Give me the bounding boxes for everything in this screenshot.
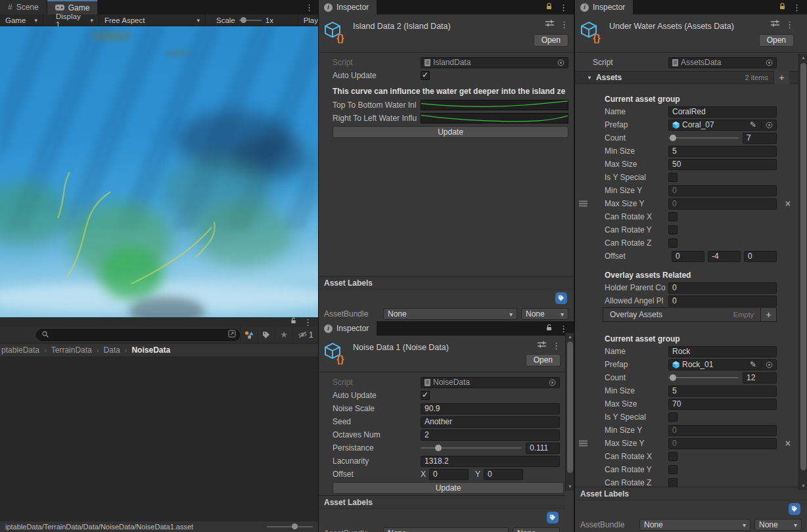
count-slider[interactable] [668, 372, 739, 384]
curve-field-top-bottom[interactable] [421, 100, 568, 110]
object-picker-icon[interactable] [549, 379, 556, 386]
object-picker-icon[interactable] [761, 361, 773, 368]
can-rotate-x-checkbox[interactable] [668, 452, 678, 461]
prefab-field[interactable]: Coral_07 ✎ [668, 120, 777, 131]
is-y-special-checkbox[interactable] [668, 412, 678, 422]
scale-control[interactable]: Scale 1x [211, 14, 279, 26]
assetbundle-dropdown[interactable]: None▾ [383, 308, 517, 320]
presets-icon[interactable] [545, 20, 554, 29]
add-overlay-asset-button[interactable]: + [760, 308, 776, 321]
presets-icon[interactable] [771, 20, 779, 29]
search-input[interactable] [36, 329, 240, 341]
lock-icon[interactable] [779, 3, 786, 12]
scale-slider[interactable] [239, 20, 262, 21]
presets-icon[interactable] [538, 341, 546, 350]
edit-pencil-icon[interactable]: ✎ [750, 360, 756, 369]
add-label-button[interactable] [789, 503, 800, 515]
tab-inspector[interactable]: i Inspector [319, 321, 377, 336]
drag-handle-icon[interactable] [579, 203, 588, 204]
tab-scene[interactable]: # Scene [0, 0, 47, 14]
vertical-scrollbar[interactable]: ▲ ▼ [798, 54, 807, 490]
auto-update-checkbox[interactable] [421, 71, 430, 80]
display-dropdown[interactable]: Display 1▾ [51, 14, 99, 26]
curve-field-right-left[interactable] [421, 113, 568, 123]
header-menu-icon[interactable]: ⋮ [552, 342, 561, 350]
persistance-input[interactable]: 0.111 [526, 443, 560, 454]
can-rotate-x-checkbox[interactable] [668, 212, 678, 221]
inspector-menu-icon[interactable]: ⋮ [793, 3, 801, 12]
holder-parent-input[interactable]: 0 [668, 282, 777, 294]
lacunarity-input[interactable]: 1318.2 [421, 456, 560, 467]
open-button[interactable]: Open [534, 34, 568, 47]
header-menu-icon[interactable]: ⋮ [560, 20, 568, 29]
can-rotate-y-checkbox[interactable] [668, 465, 678, 474]
object-picker-icon[interactable] [766, 59, 773, 66]
inspector-menu-icon[interactable]: ⋮ [559, 324, 568, 333]
breadcrumb-item[interactable]: ptableData [1, 345, 39, 355]
count-slider[interactable] [668, 133, 739, 144]
vertical-scrollbar[interactable]: ▲ ▼ [565, 333, 574, 491]
game-viewport[interactable] [0, 26, 318, 317]
update-button[interactable]: Update [333, 482, 564, 494]
can-rotate-z-checkbox[interactable] [668, 238, 678, 248]
add-label-button[interactable] [555, 292, 567, 304]
script-field[interactable]: IslandData [421, 57, 568, 68]
allowed-angel-input[interactable]: 0 [668, 296, 777, 307]
can-rotate-z-checkbox[interactable] [668, 478, 678, 487]
count-input[interactable]: 12 [743, 372, 777, 384]
max-size-input[interactable]: 50 [668, 159, 777, 170]
update-button[interactable]: Update [333, 126, 568, 138]
project-file-area[interactable] [0, 357, 318, 521]
breadcrumb-item[interactable]: Data [103, 345, 120, 355]
thumbnail-size-slider[interactable] [267, 526, 313, 527]
breadcrumb-item[interactable]: TerrainData [51, 345, 92, 355]
offset-x-input[interactable]: 0 [672, 251, 704, 262]
game-mode-dropdown[interactable]: Game▾ [0, 14, 43, 26]
script-field[interactable]: NoiseData [421, 377, 560, 388]
hidden-count-toggle[interactable]: 1 [292, 326, 318, 343]
inspector-menu-icon[interactable]: ⋮ [559, 3, 568, 12]
add-asset-group-button[interactable]: + [773, 71, 789, 84]
edit-pencil-icon[interactable]: ✎ [750, 120, 756, 129]
offset-z-input[interactable]: 0 [744, 251, 777, 262]
auto-update-checkbox[interactable] [421, 391, 430, 400]
filter-by-type-icon[interactable] [240, 326, 258, 343]
add-label-button[interactable] [547, 512, 559, 523]
assetbundle-variant-dropdown[interactable]: None▾ [513, 527, 560, 532]
tab-inspector[interactable]: i Inspector [319, 0, 377, 14]
open-search-window-icon[interactable] [228, 330, 236, 340]
tab-inspector[interactable]: i Inspector [575, 0, 633, 14]
assetbundle-variant-dropdown[interactable]: None▾ [754, 519, 802, 531]
script-field[interactable]: AssetsData [668, 57, 777, 68]
min-size-input[interactable]: 5 [668, 146, 777, 157]
overlay-assets-list[interactable]: Overlay Assets Empty + [603, 307, 777, 322]
max-size-input[interactable]: 70 [668, 399, 777, 410]
name-input[interactable]: Rock [668, 346, 777, 357]
octaves-input[interactable]: 2 [421, 430, 560, 441]
assetbundle-dropdown[interactable]: None▾ [639, 519, 750, 531]
breadcrumb-item-current[interactable]: NoiseData [131, 345, 170, 355]
scroll-up-icon[interactable]: ▲ [799, 54, 807, 62]
assetbundle-variant-dropdown[interactable]: None▾ [521, 308, 568, 320]
remove-element-icon[interactable]: × [785, 438, 791, 449]
favorites-star-icon[interactable]: ★ [275, 326, 292, 343]
game-panel-menu-icon[interactable]: ⋮ [305, 3, 313, 12]
count-input[interactable]: 7 [743, 133, 777, 144]
filter-by-label-icon[interactable] [258, 326, 275, 343]
object-picker-icon[interactable] [761, 122, 773, 129]
header-menu-icon[interactable]: ⋮ [785, 20, 794, 29]
lock-icon[interactable] [545, 3, 553, 12]
assets-foldout[interactable]: ▼ Assets 2 items + [575, 71, 798, 84]
project-menu-icon[interactable]: ⋮ [304, 318, 312, 326]
scroll-down-icon[interactable]: ▼ [799, 482, 807, 490]
offset-y-input[interactable]: 0 [484, 469, 523, 480]
unlock-icon[interactable] [290, 317, 297, 326]
open-button[interactable]: Open [759, 34, 794, 47]
play-focused-toggle[interactable]: Play [298, 14, 318, 26]
offset-x-input[interactable]: 0 [429, 469, 469, 480]
object-picker-icon[interactable] [557, 59, 565, 66]
open-button[interactable]: Open [526, 354, 561, 366]
remove-element-icon[interactable]: × [785, 198, 791, 209]
min-size-input[interactable]: 5 [668, 386, 777, 397]
aspect-dropdown[interactable]: Free Aspect▾ [99, 14, 206, 26]
